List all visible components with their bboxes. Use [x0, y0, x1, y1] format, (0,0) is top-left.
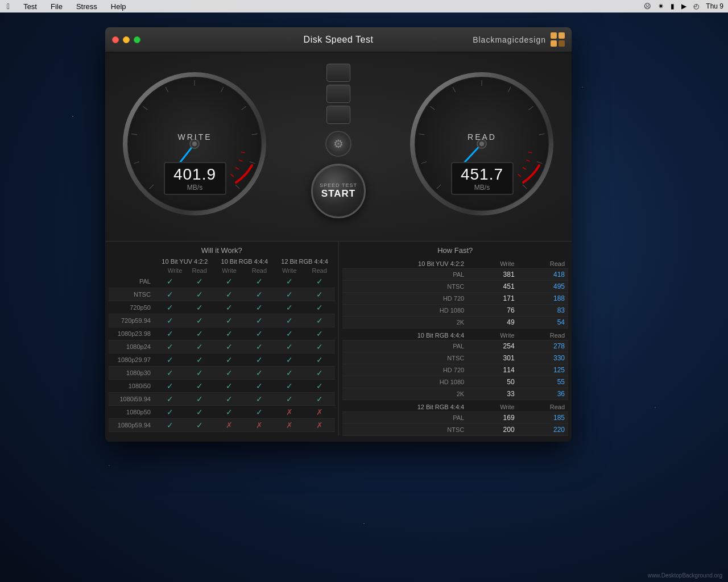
how-fast-row: NTSC 301 330 — [342, 352, 569, 364]
maximize-button[interactable] — [134, 36, 140, 43]
format-name: NTSC — [342, 281, 469, 293]
check-cell-1: ✓ — [184, 406, 214, 419]
format-btn-2[interactable] — [326, 85, 350, 103]
check-cell-5: ✓ — [304, 380, 335, 393]
check-cell-4: ✗ — [275, 406, 304, 419]
check-cell-5: ✓ — [304, 393, 335, 406]
table-row: 1080p50✓✓✓✓✗✗ — [109, 406, 335, 419]
format-name: 2K — [342, 317, 469, 329]
read-value: 451.7 — [460, 165, 504, 184]
bluetooth-icon: ✷ — [658, 2, 664, 10]
rgb10-header: 10 Bit RGB 4:4:4 — [214, 257, 275, 266]
yuv-read-header: Read — [184, 266, 214, 275]
write-val: 169 — [469, 412, 518, 424]
check-cell-3: ✓ — [244, 367, 275, 380]
check-cell-5: ✓ — [304, 354, 335, 367]
how-fast-row: HD 720 114 125 — [342, 364, 569, 376]
check-cell-3: ✓ — [244, 327, 275, 340]
write-val: 33 — [469, 388, 518, 400]
format-col-header — [109, 257, 155, 275]
check-cell-4: ✓ — [275, 327, 304, 340]
check-cell-5: ✗ — [304, 406, 335, 419]
data-header: Will it Work? 10 Bit YUV 4:2:2 10 Bit RG… — [105, 241, 572, 436]
write-col-header: Write — [469, 329, 518, 340]
apple-menu[interactable]:  — [5, 2, 12, 11]
check-cell-2: ✓ — [214, 380, 244, 393]
start-btn-label-main: START — [321, 188, 355, 199]
clock: Thu 9 — [706, 2, 723, 10]
check-cell-5: ✓ — [304, 340, 335, 354]
display-icon: ◴ — [693, 2, 699, 10]
read-unit: MB/s — [460, 184, 504, 192]
check-cell-5: ✓ — [304, 301, 335, 314]
write-unit: MB/s — [173, 184, 217, 192]
check-cell-2: ✓ — [214, 354, 244, 367]
format-btn-3[interactable] — [326, 106, 350, 124]
section-header-row: 10 Bit YUV 4:2:2 Write Read — [342, 257, 569, 269]
will-it-work-title: Will it Work? — [105, 242, 338, 257]
write-val: 171 — [469, 293, 518, 305]
menu-file[interactable]: File — [48, 2, 65, 11]
check-cell-2: ✓ — [214, 393, 244, 406]
check-cell-3: ✓ — [244, 340, 275, 354]
format-cell: 1080p29.97 — [109, 354, 155, 367]
how-fast-row: 2K 33 36 — [342, 388, 569, 400]
check-cell-2: ✗ — [214, 419, 244, 432]
write-value-box: 401.9 MB/s — [164, 162, 226, 195]
close-button[interactable] — [112, 36, 119, 43]
section-title-cell: 12 Bit RGB 4:4:4 — [342, 400, 469, 412]
settings-button[interactable]: ⚙ — [325, 131, 351, 157]
check-cell-0: ✓ — [155, 301, 184, 314]
write-gauge-label: WRITE — [177, 132, 212, 142]
format-name: PAL — [342, 412, 469, 424]
write-val: 200 — [469, 424, 518, 436]
check-cell-3: ✓ — [244, 275, 275, 288]
will-it-work-table: 10 Bit YUV 4:2:2 10 Bit RGB 4:4:4 12 Bit… — [109, 257, 335, 432]
start-button[interactable]: SPEED TEST START — [311, 164, 366, 218]
how-fast-row: NTSC 451 495 — [342, 281, 569, 293]
title-bar: Disk Speed Test Blackmagicdesign — [105, 27, 572, 52]
middle-controls: ⚙ SPEED TEST START — [311, 64, 366, 224]
menu-help[interactable]: Help — [109, 2, 129, 11]
how-fast-row: PAL 381 418 — [342, 269, 569, 281]
how-fast-row: HD 1080 50 55 — [342, 376, 569, 388]
check-cell-3: ✗ — [244, 419, 275, 432]
section-header-row: 10 Bit RGB 4:4:4 Write Read — [342, 329, 569, 340]
table-row: 1080i59.94✓✓✓✓✓✓ — [109, 393, 335, 406]
read-val: 185 — [518, 412, 568, 424]
minimize-button[interactable] — [123, 36, 130, 43]
format-name: NTSC — [342, 424, 469, 436]
check-cell-5: ✓ — [304, 288, 335, 301]
format-btn-1[interactable] — [326, 64, 350, 82]
format-cell: 1080p24 — [109, 340, 155, 354]
brand-icon — [551, 32, 565, 47]
check-cell-1: ✓ — [184, 301, 214, 314]
write-val: 50 — [469, 376, 518, 388]
how-fast-row: HD 720 171 188 — [342, 293, 569, 305]
format-name: HD 720 — [342, 293, 469, 305]
write-val: 254 — [469, 340, 518, 352]
how-fast-title: How Fast? — [339, 242, 572, 257]
read-val: 278 — [518, 340, 568, 352]
menu-stress[interactable]: Stress — [74, 2, 100, 11]
menu-test[interactable]: Test — [21, 2, 39, 11]
check-cell-2: ✓ — [214, 340, 244, 354]
check-cell-3: ✓ — [244, 354, 275, 367]
time-machine-icon: ☹ — [644, 2, 651, 10]
rgb12-write-header: Write — [275, 266, 304, 275]
check-cell-2: ✓ — [214, 406, 244, 419]
table-row: 1080p59.94✓✓✗✗✗✗ — [109, 419, 335, 432]
write-col-header: Write — [469, 400, 518, 412]
read-val: 83 — [518, 305, 568, 317]
yuv-header: 10 Bit YUV 4:2:2 — [155, 257, 214, 266]
write-val: 114 — [469, 364, 518, 376]
format-cell: 1080p23.98 — [109, 327, 155, 340]
check-cell-4: ✓ — [275, 314, 304, 327]
write-val: 76 — [469, 305, 518, 317]
check-cell-0: ✓ — [155, 275, 184, 288]
read-val: 54 — [518, 317, 568, 329]
check-cell-0: ✓ — [155, 288, 184, 301]
check-cell-5: ✓ — [304, 275, 335, 288]
table-row: NTSC✓✓✓✓✓✓ — [109, 288, 335, 301]
check-cell-0: ✓ — [155, 354, 184, 367]
